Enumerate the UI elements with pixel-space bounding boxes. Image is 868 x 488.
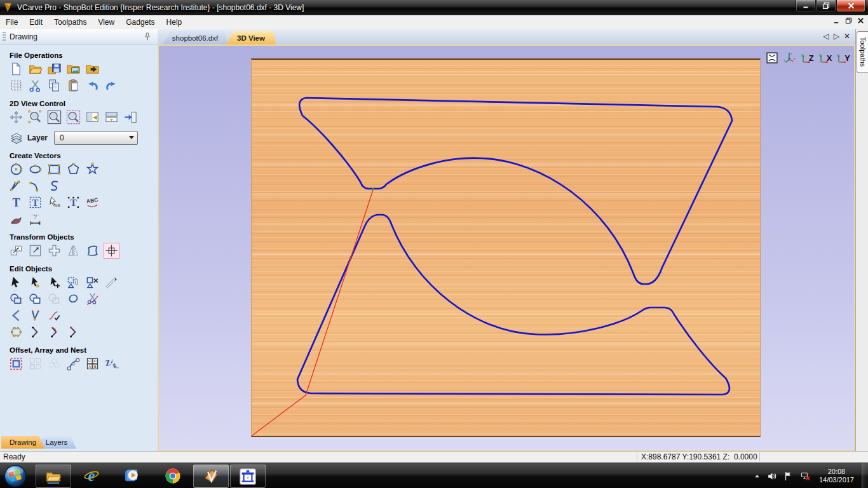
- zoom-selected-icon[interactable]: [28, 110, 43, 125]
- set-position-icon[interactable]: [104, 243, 119, 258]
- split-view-icon[interactable]: [104, 110, 119, 125]
- copy-icon[interactable]: [47, 78, 62, 93]
- vector-validator-icon[interactable]: [66, 292, 81, 306]
- weld-vectors-icon[interactable]: [9, 292, 24, 306]
- side-view-x-icon[interactable]: X: [818, 51, 832, 65]
- taskbar-shopbot-control-button[interactable]: [230, 464, 266, 488]
- taskbar-clock[interactable]: 20:08 14/03/2017: [817, 468, 857, 484]
- menu-toolpaths[interactable]: Toolpaths: [48, 16, 92, 29]
- export-vectors-icon[interactable]: [85, 62, 100, 76]
- move-objects-icon[interactable]: [9, 243, 24, 258]
- linear-array-icon[interactable]: [28, 356, 43, 371]
- network-error-icon[interactable]: [800, 471, 811, 482]
- group-objects-icon[interactable]: [66, 275, 81, 290]
- draw-circle-icon[interactable]: [9, 162, 24, 177]
- mirror-objects-icon[interactable]: [66, 243, 81, 258]
- distort-object-icon[interactable]: [85, 243, 100, 258]
- draw-polygon-icon[interactable]: [66, 162, 81, 177]
- interactive-move-icon[interactable]: [47, 275, 62, 290]
- show-desktop-button[interactable]: [862, 463, 868, 488]
- menu-file[interactable]: File: [0, 16, 24, 29]
- zoom-extents-icon[interactable]: [66, 110, 81, 125]
- vector-top-part[interactable]: [299, 98, 732, 284]
- text-selection-icon[interactable]: [66, 195, 81, 210]
- scroll-tabs-right-icon[interactable]: ▷: [834, 32, 839, 41]
- trim-vectors-icon[interactable]: [85, 292, 100, 306]
- taskbar-windows-explorer-button[interactable]: [36, 464, 71, 488]
- fit-curves-icon[interactable]: [28, 308, 43, 323]
- offset-vectors-icon[interactable]: [9, 356, 24, 371]
- hidden-icons-icon[interactable]: [753, 472, 761, 480]
- cut-icon[interactable]: [28, 78, 43, 93]
- 3d-viewport[interactable]: ZXY: [158, 44, 855, 451]
- tab-drawing[interactable]: Drawing: [1, 436, 44, 449]
- action-center-flag-icon[interactable]: [783, 471, 794, 482]
- taskbar-internet-explorer-button[interactable]: [78, 464, 105, 487]
- set-size-icon[interactable]: [28, 243, 43, 258]
- quick-text-icon[interactable]: [47, 195, 62, 210]
- draw-ellipse-icon[interactable]: [28, 162, 43, 177]
- panel-grip[interactable]: [3, 32, 6, 42]
- close-tab-icon[interactable]: ✕: [844, 32, 850, 41]
- taskbar-vcarve-pro-button[interactable]: [193, 464, 229, 488]
- taskbar-media-player-button[interactable]: [118, 464, 146, 487]
- toggle-2d-3d-view-icon[interactable]: [85, 110, 100, 125]
- copy-along-vectors-icon[interactable]: [66, 356, 81, 371]
- scroll-tabs-left-icon[interactable]: ◁: [823, 32, 829, 41]
- draw-polyline-icon[interactable]: [9, 179, 24, 193]
- menu-help[interactable]: Help: [161, 16, 188, 29]
- switch-pane-icon[interactable]: [123, 110, 138, 125]
- trace-bitmap-icon[interactable]: [9, 212, 24, 226]
- vector-bottom-part[interactable]: [297, 215, 729, 395]
- front-view-y-icon[interactable]: Y: [836, 51, 850, 65]
- node-editing-icon[interactable]: [28, 275, 43, 290]
- mdi-close-button[interactable]: [857, 17, 864, 24]
- text-on-curve-icon[interactable]: [85, 195, 100, 210]
- layer-dropdown[interactable]: 0: [54, 131, 138, 145]
- menu-edit[interactable]: Edit: [24, 16, 48, 29]
- array-copy-icon[interactable]: [85, 356, 100, 371]
- draw-curve-icon[interactable]: [47, 179, 62, 193]
- speaker-icon[interactable]: [767, 471, 778, 482]
- pan-view-icon[interactable]: [9, 110, 24, 125]
- menu-view[interactable]: View: [92, 16, 120, 29]
- import-vectors-icon[interactable]: [66, 62, 81, 76]
- subtract-vectors-icon[interactable]: [28, 292, 43, 306]
- draw-star-icon[interactable]: [85, 162, 100, 177]
- ungroup-objects-icon[interactable]: [85, 275, 100, 290]
- join-with-line-icon[interactable]: [66, 325, 81, 339]
- redo-icon[interactable]: [104, 78, 119, 93]
- mdi-restore-button[interactable]: [845, 17, 852, 24]
- new-file-icon[interactable]: [9, 62, 24, 76]
- tab-toolpaths[interactable]: Toolpaths: [857, 31, 868, 73]
- maximize-button[interactable]: [816, 0, 836, 12]
- top-view-z-icon[interactable]: Z: [800, 51, 814, 65]
- job-setup-icon[interactable]: [9, 78, 24, 93]
- close-button[interactable]: [836, 0, 865, 12]
- fit-arcs-icon[interactable]: [47, 308, 62, 323]
- save-file-icon[interactable]: [47, 62, 62, 76]
- fit-to-view-icon[interactable]: [766, 51, 778, 65]
- minimize-button[interactable]: [796, 0, 816, 12]
- mdi-minimize-button[interactable]: [833, 17, 840, 24]
- chamfer-tool-icon[interactable]: [9, 308, 24, 323]
- undo-icon[interactable]: [85, 78, 100, 93]
- join-open-vectors-icon[interactable]: [28, 325, 43, 339]
- pin-icon[interactable]: [142, 32, 153, 42]
- start-button[interactable]: [3, 464, 27, 488]
- dimension-icon[interactable]: [28, 212, 43, 226]
- taskbar-chrome-button[interactable]: [159, 464, 187, 487]
- draw-arc-icon[interactable]: [28, 179, 43, 193]
- nest-parts-icon[interactable]: [104, 356, 119, 371]
- menu-gadgets[interactable]: Gadgets: [120, 16, 160, 29]
- draw-text-box-icon[interactable]: [28, 195, 43, 210]
- draw-rectangle-icon[interactable]: [47, 162, 62, 177]
- paste-icon[interactable]: [66, 78, 81, 93]
- tab-shopbot06-dxf[interactable]: shopbot06.dxf: [163, 31, 227, 44]
- circular-array-icon[interactable]: [47, 356, 62, 371]
- open-file-icon[interactable]: [28, 62, 43, 76]
- select-objects-icon[interactable]: [9, 275, 24, 290]
- zoom-window-icon[interactable]: [47, 110, 62, 125]
- material-board[interactable]: [251, 58, 761, 437]
- join-with-curve-icon[interactable]: [47, 325, 62, 339]
